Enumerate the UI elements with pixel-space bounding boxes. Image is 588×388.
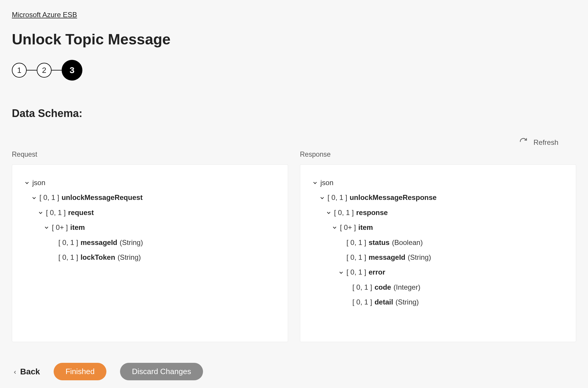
field-name: code	[375, 282, 391, 293]
field-name: response	[356, 207, 388, 218]
breadcrumb-link[interactable]: Microsoft Azure ESB	[12, 11, 77, 19]
field-name: messageId	[369, 252, 405, 263]
tree-node-label: json	[32, 177, 45, 188]
chevron-down-icon[interactable]	[326, 210, 332, 216]
step-2[interactable]: 2	[37, 63, 52, 78]
page-title: Unlock Topic Message	[12, 31, 576, 48]
chevron-down-icon[interactable]	[24, 180, 30, 186]
cardinality: [ 0, 1 ]	[352, 296, 372, 308]
request-panel: json [ 0, 1 ] unlockMessageRequest [ 0, …	[12, 164, 288, 342]
step-1[interactable]: 1	[12, 63, 27, 78]
step-3[interactable]: 3	[62, 60, 82, 81]
chevron-down-icon[interactable]	[38, 210, 44, 216]
back-label: Back	[20, 367, 40, 376]
tree-row: [ 0+ ] item	[312, 220, 564, 235]
cardinality: [ 0, 1 ]	[352, 282, 372, 293]
field-name: request	[68, 207, 94, 218]
field-type: (String)	[118, 252, 141, 263]
field-name: unlockMessageResponse	[350, 192, 437, 203]
tree-row: [ 0, 1 ] detail (String)	[312, 295, 564, 310]
cardinality: [ 0, 1 ]	[346, 237, 366, 248]
cardinality: [ 0, 1 ]	[58, 252, 78, 263]
finished-button[interactable]: Finished	[54, 363, 106, 380]
field-type: (String)	[408, 252, 431, 263]
tree-row: json	[312, 175, 564, 190]
field-name: error	[369, 267, 385, 278]
step-indicator: 1 2 3	[12, 60, 576, 81]
chevron-down-icon[interactable]	[338, 270, 344, 275]
chevron-down-icon[interactable]	[319, 195, 325, 201]
tree-row: [ 0, 1 ] unlockMessageResponse	[312, 190, 564, 205]
tree-row: json	[24, 175, 276, 190]
field-name: item	[358, 222, 373, 233]
footer-actions: Back Finished Discard Changes	[12, 363, 576, 380]
cardinality: [ 0+ ]	[52, 222, 68, 233]
chevron-down-icon[interactable]	[44, 225, 49, 230]
chevron-down-icon[interactable]	[31, 195, 37, 201]
refresh-icon	[519, 137, 528, 147]
field-name: lockToken	[81, 252, 115, 263]
step-separator	[52, 70, 62, 70]
tree-row: [ 0, 1 ] unlockMessageRequest	[24, 190, 276, 205]
response-panel: json [ 0, 1 ] unlockMessageResponse [ 0,…	[300, 164, 576, 342]
tree-row: [ 0, 1 ] response	[312, 205, 564, 220]
cardinality: [ 0, 1 ]	[346, 252, 366, 263]
tree-row: [ 0+ ] item	[24, 220, 276, 235]
chevron-down-icon[interactable]	[312, 180, 318, 186]
field-type: (String)	[395, 296, 419, 308]
cardinality: [ 0, 1 ]	[39, 192, 59, 203]
tree-row: [ 0, 1 ] messageId (String)	[24, 235, 276, 250]
field-name: messageId	[81, 237, 117, 248]
chevron-down-icon[interactable]	[332, 225, 338, 230]
refresh-label: Refresh	[533, 138, 558, 147]
cardinality: [ 0, 1 ]	[46, 207, 66, 218]
field-name: status	[369, 237, 390, 248]
cardinality: [ 0, 1 ]	[327, 192, 347, 203]
cardinality: [ 0, 1 ]	[346, 267, 366, 278]
response-column: Response json [ 0, 1 ] unlockMessageResp…	[300, 150, 576, 342]
cardinality: [ 0+ ]	[340, 222, 356, 233]
request-column: Request json [ 0, 1 ] unlockMessageReque…	[12, 150, 288, 342]
request-label: Request	[12, 150, 288, 158]
cardinality: [ 0, 1 ]	[334, 207, 354, 218]
tree-node-label: json	[320, 177, 333, 188]
cardinality: [ 0, 1 ]	[58, 237, 78, 248]
tree-row: [ 0, 1 ] code (Integer)	[312, 280, 564, 295]
tree-row: [ 0, 1 ] status (Boolean)	[312, 235, 564, 250]
field-name: unlockMessageRequest	[62, 192, 143, 203]
chevron-left-icon	[13, 367, 17, 376]
field-name: detail	[375, 296, 393, 308]
response-label: Response	[300, 150, 576, 158]
field-type: (Boolean)	[392, 237, 423, 248]
refresh-button[interactable]: Refresh	[519, 137, 558, 147]
tree-row: [ 0, 1 ] lockToken (String)	[24, 250, 276, 265]
field-type: (String)	[120, 237, 143, 248]
field-type: (Integer)	[394, 282, 421, 293]
field-name: item	[70, 222, 85, 233]
tree-row: [ 0, 1 ] messageId (String)	[312, 250, 564, 265]
back-button[interactable]: Back	[13, 367, 40, 376]
discard-changes-button[interactable]: Discard Changes	[120, 363, 203, 380]
section-title: Data Schema:	[12, 107, 576, 120]
tree-row: [ 0, 1 ] request	[24, 205, 276, 220]
step-separator	[27, 70, 37, 70]
tree-row: [ 0, 1 ] error	[312, 265, 564, 280]
